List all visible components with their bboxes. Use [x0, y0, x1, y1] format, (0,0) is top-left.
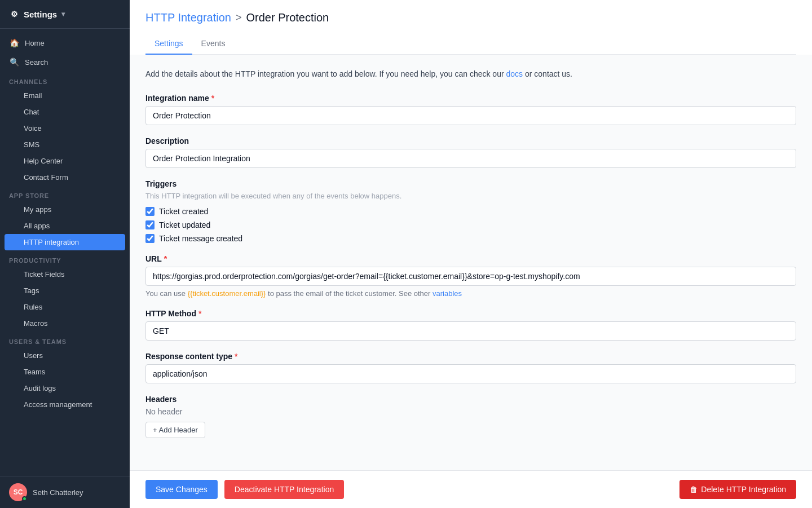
sidebar-item-sms[interactable]: SMS — [0, 136, 130, 153]
sidebar-item-ticketfields[interactable]: Ticket Fields — [0, 266, 130, 282]
trigger-ticket-created-label: Ticket created — [159, 207, 208, 216]
url-hint-var: {{ticket.customer.email}} — [188, 289, 266, 298]
main-content: HTTP Integration > Order Protection Sett… — [130, 0, 812, 508]
online-indicator — [22, 496, 27, 501]
settings-chevron: ▾ — [61, 10, 65, 18]
breadcrumb-separator: > — [236, 12, 242, 24]
sidebar-footer: SC Seth Chatterley — [0, 476, 130, 508]
integration-name-label: Integration name * — [145, 94, 796, 103]
user-name: Seth Chatterley — [33, 488, 83, 497]
description-label: Description — [145, 136, 796, 145]
deactivate-button[interactable]: Deactivate HTTP Integration — [224, 480, 344, 499]
section-label-productivity: PRODUCTIVITY — [0, 250, 130, 266]
no-header-text: No header — [145, 407, 796, 416]
response-content-type-label: Response content type * — [145, 352, 796, 361]
sidebar-item-tags[interactable]: Tags — [0, 282, 130, 299]
sidebar-item-voice[interactable]: Voice — [0, 120, 130, 136]
help-text-before: Add the details about the HTTP integrati… — [145, 69, 506, 78]
headers-section: Headers No header + Add Header — [145, 395, 796, 438]
required-marker: * — [211, 94, 214, 103]
http-method-input[interactable] — [145, 321, 796, 341]
headers-title: Headers — [145, 395, 796, 404]
response-content-type-input[interactable] — [145, 364, 796, 383]
url-label: URL * — [145, 254, 796, 263]
delete-icon: 🗑 — [690, 485, 698, 494]
action-bar: Save Changes Deactivate HTTP Integration… — [130, 470, 812, 508]
sidebar-header[interactable]: ⚙ Settings ▾ — [0, 0, 130, 29]
sidebar-item-teams[interactable]: Teams — [0, 364, 130, 380]
sidebar-item-email[interactable]: Email — [0, 87, 130, 104]
add-header-button[interactable]: + Add Header — [145, 422, 205, 438]
url-field: URL * You can use {{ticket.customer.emai… — [145, 254, 796, 298]
tabs: Settings Events — [145, 33, 796, 55]
sidebar-item-rules[interactable]: Rules — [0, 299, 130, 315]
trigger-ticket-updated-checkbox[interactable] — [145, 220, 155, 229]
save-changes-button[interactable]: Save Changes — [145, 480, 218, 499]
sidebar-item-accessmanagement[interactable]: Access management — [0, 396, 130, 413]
user-initials: SC — [14, 488, 23, 496]
variables-link[interactable]: variables — [433, 289, 462, 298]
trigger-ticket-created: Ticket created — [145, 207, 796, 216]
section-label-appstore: APP STORE — [0, 185, 130, 201]
sidebar-nav: 🏠 Home 🔍 Search CHANNELS Email Chat Voic… — [0, 29, 130, 476]
add-header-label: + Add Header — [153, 426, 198, 434]
triggers-label: Triggers — [145, 179, 796, 188]
url-hint: You can use {{ticket.customer.email}} to… — [145, 289, 796, 298]
section-label-channels: CHANNELS — [0, 72, 130, 87]
sidebar-item-users[interactable]: Users — [0, 347, 130, 364]
http-method-required: * — [198, 309, 201, 318]
trigger-ticket-updated-label: Ticket updated — [159, 220, 210, 229]
sidebar: ⚙ Settings ▾ 🏠 Home 🔍 Search CHANNELS Em… — [0, 0, 130, 508]
response-content-type-field: Response content type * — [145, 352, 796, 383]
user-avatar[interactable]: SC — [9, 483, 27, 501]
sidebar-item-home-label: Home — [25, 39, 45, 47]
sidebar-item-helpcenter[interactable]: Help Center — [0, 153, 130, 169]
breadcrumb-link[interactable]: HTTP Integration — [145, 11, 231, 24]
page-header: HTTP Integration > Order Protection Sett… — [130, 0, 812, 55]
tab-settings[interactable]: Settings — [145, 33, 192, 55]
trigger-ticket-message-created: Ticket message created — [145, 234, 796, 243]
response-content-required: * — [235, 352, 237, 361]
settings-content: Add the details about the HTTP integrati… — [130, 55, 812, 470]
sidebar-item-home[interactable]: 🏠 Home — [0, 33, 130, 52]
sidebar-item-allapps[interactable]: All apps — [0, 218, 130, 234]
description-input[interactable] — [145, 149, 796, 168]
sidebar-item-auditlogs[interactable]: Audit logs — [0, 380, 130, 396]
tab-events[interactable]: Events — [192, 33, 235, 55]
url-input[interactable] — [145, 267, 796, 286]
sidebar-item-search[interactable]: 🔍 Search — [0, 52, 130, 72]
sidebar-item-httpintegration[interactable]: HTTP integration — [5, 234, 125, 250]
trigger-ticket-message-created-checkbox[interactable] — [145, 234, 155, 243]
sidebar-item-myapps[interactable]: My apps — [0, 201, 130, 218]
description-field: Description — [145, 136, 796, 168]
sidebar-item-macros[interactable]: Macros — [0, 315, 130, 332]
help-text: Add the details about the HTTP integrati… — [145, 68, 796, 80]
integration-name-field: Integration name * — [145, 94, 796, 125]
http-method-field: HTTP Method * — [145, 309, 796, 341]
home-icon: 🏠 — [9, 38, 19, 48]
breadcrumb-current: Order Protection — [246, 11, 329, 24]
sidebar-item-chat[interactable]: Chat — [0, 104, 130, 120]
triggers-section: Triggers This HTTP integration will be e… — [145, 179, 796, 243]
trigger-ticket-updated: Ticket updated — [145, 220, 796, 229]
trigger-ticket-created-checkbox[interactable] — [145, 207, 155, 216]
sidebar-item-search-label: Search — [25, 58, 48, 67]
sidebar-item-contactform[interactable]: Contact Form — [0, 169, 130, 185]
delete-button[interactable]: 🗑 Delete HTTP Integration — [679, 480, 796, 499]
integration-name-input[interactable] — [145, 106, 796, 125]
url-required: * — [164, 254, 167, 263]
help-text-after: or contact us. — [523, 69, 572, 78]
docs-link[interactable]: docs — [506, 69, 523, 78]
settings-icon: ⚙ — [9, 9, 19, 19]
section-label-usersteams: USERS & TEAMS — [0, 332, 130, 347]
trigger-ticket-message-created-label: Ticket message created — [159, 234, 242, 243]
triggers-help: This HTTP integration will be executed w… — [145, 192, 796, 200]
breadcrumb: HTTP Integration > Order Protection — [145, 11, 796, 24]
search-icon: 🔍 — [9, 57, 19, 67]
app-name: Settings — [24, 10, 57, 19]
http-method-label: HTTP Method * — [145, 309, 796, 318]
